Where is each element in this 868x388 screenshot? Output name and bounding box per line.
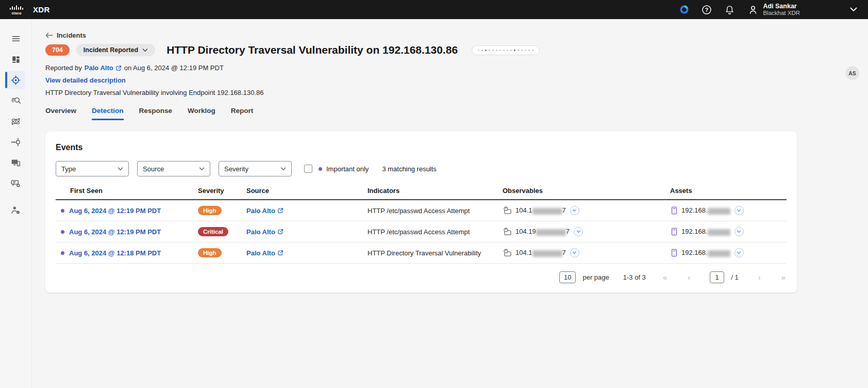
breadcrumb-back[interactable]: Incidents: [45, 31, 86, 39]
asset-actions-dropdown[interactable]: [735, 248, 744, 257]
source-link[interactable]: Palo Alto: [246, 207, 283, 215]
redacted-asset: [708, 229, 730, 236]
observable-ip-icon: [503, 206, 512, 215]
assignee-avatar[interactable]: AS: [845, 66, 859, 80]
incidents-target-icon[interactable]: [0, 70, 32, 90]
cisco-logo-icon: cisco: [9, 4, 27, 15]
tab-detection[interactable]: Detection: [92, 107, 124, 120]
asset-actions-dropdown[interactable]: [735, 206, 744, 215]
table-row: Aug 6, 2024 @ 12:19 PM PDT High Palo Alt…: [56, 200, 787, 221]
asset-value: 192.168.: [681, 228, 730, 235]
timeline-dot: [510, 50, 512, 51]
events-table: First Seen Severity Source Indicators Ob…: [56, 187, 787, 264]
severity-filter-select[interactable]: Severity: [219, 161, 292, 176]
investigate-search-icon[interactable]: [0, 90, 32, 111]
incident-description: HTTP Directory Traversal Vulnerability i…: [45, 89, 868, 96]
asset-value: 192.168.: [681, 206, 730, 214]
matching-results-text: 3 matching results: [382, 165, 437, 173]
back-arrow-icon: [45, 33, 53, 38]
timeline-dot: [499, 50, 501, 51]
tab-report[interactable]: Report: [231, 107, 254, 120]
last-page-icon[interactable]: »: [780, 273, 787, 282]
chevron-down-icon: [280, 167, 286, 171]
incident-status-label: Incident Reported: [84, 46, 138, 54]
asset-value: 192.168.: [681, 249, 730, 256]
dashboard-icon[interactable]: [0, 49, 32, 70]
table-row: Aug 6, 2024 @ 12:19 PM PDT Critical Palo…: [56, 221, 787, 242]
client-management-icon[interactable]: [0, 173, 32, 193]
indicator-text: HTTP Directory Traversal Vulnerability: [368, 249, 503, 257]
first-page-icon[interactable]: «: [662, 273, 668, 282]
redacted-observable: [532, 208, 562, 215]
important-dot-icon: [61, 230, 64, 234]
external-link-icon: [277, 207, 283, 214]
total-pages-text: / 1: [731, 273, 738, 281]
tab-overview[interactable]: Overview: [45, 107, 76, 120]
user-menu[interactable]: Adi Sankar Blackhat XDR: [748, 3, 800, 17]
col-indicators: Indicators: [368, 187, 503, 195]
help-icon[interactable]: ?: [702, 5, 712, 15]
observable-ip-icon: [503, 227, 512, 236]
source-link[interactable]: Palo Alto: [246, 249, 283, 257]
user-name: Adi Sankar: [763, 3, 800, 10]
brand[interactable]: cisco XDR: [9, 4, 50, 15]
chevron-down-icon[interactable]: [848, 5, 859, 15]
source-filter-select[interactable]: Source: [137, 161, 210, 176]
range-text: 1-3 of 3: [623, 273, 646, 281]
assets-devices-icon[interactable]: [0, 152, 32, 173]
redacted-observable: [536, 229, 566, 236]
redacted-observable: [532, 250, 562, 257]
severity-badge: High: [198, 206, 222, 215]
svg-text:cisco: cisco: [11, 11, 22, 15]
events-title: Events: [56, 143, 787, 152]
observable-value: 104.197: [515, 228, 570, 235]
asset-device-icon: [670, 206, 678, 215]
per-page-select[interactable]: 10: [559, 271, 576, 283]
first-seen-link[interactable]: Aug 6, 2024 @ 12:19 PM PDT: [69, 207, 161, 215]
severity-badge: High: [198, 248, 222, 257]
indicator-text: HTTP /etc/passwd Access Attempt: [368, 207, 503, 215]
product-name: XDR: [33, 5, 50, 14]
important-dot-icon: [319, 167, 322, 171]
next-page-icon[interactable]: ›: [757, 273, 762, 282]
intelligence-atom-icon[interactable]: [0, 111, 32, 132]
type-filter-select[interactable]: Type: [56, 161, 129, 176]
col-observables: Observables: [503, 187, 670, 195]
asset-actions-dropdown[interactable]: [735, 227, 744, 236]
tab-worklog[interactable]: Worklog: [188, 107, 215, 120]
observable-actions-dropdown[interactable]: [570, 248, 579, 257]
prev-page-icon[interactable]: ‹: [687, 273, 691, 282]
col-assets: Assets: [670, 187, 787, 195]
user-icon: [748, 5, 758, 15]
view-description-link[interactable]: View detailed description: [45, 76, 126, 84]
automation-workflow-icon[interactable]: [0, 132, 32, 152]
incident-id-badge: 704: [45, 44, 70, 56]
observable-actions-dropdown[interactable]: [574, 227, 583, 236]
reported-source-link[interactable]: Palo Alto: [85, 64, 122, 72]
source-link[interactable]: Palo Alto: [246, 228, 283, 236]
first-seen-link[interactable]: Aug 6, 2024 @ 12:18 PM PDT: [69, 249, 161, 257]
incident-status-dropdown[interactable]: Incident Reported: [76, 44, 155, 56]
incident-timeline-dots[interactable]: [472, 45, 540, 55]
important-only-checkbox[interactable]: [304, 165, 312, 173]
timeline-dot: [489, 50, 490, 51]
severity-badge: Critical: [198, 227, 228, 236]
first-seen-link[interactable]: Aug 6, 2024 @ 12:19 PM PDT: [69, 228, 161, 236]
timeline-dot: [514, 50, 515, 51]
current-page-input[interactable]: 1: [710, 271, 724, 283]
left-nav: [0, 19, 32, 388]
observable-actions-dropdown[interactable]: [570, 206, 579, 215]
observable-ip-icon: [503, 248, 512, 257]
user-org: Blackhat XDR: [763, 10, 800, 17]
timeline-dot: [492, 50, 494, 51]
ring-chart-icon[interactable]: [679, 5, 689, 15]
redacted-asset: [708, 250, 730, 257]
administration-user-icon[interactable]: [0, 200, 32, 220]
menu-icon[interactable]: [0, 28, 32, 49]
bell-icon[interactable]: [724, 5, 735, 15]
important-only-label: Important only: [326, 165, 369, 173]
tab-response[interactable]: Response: [139, 107, 173, 120]
timeline-dot: [525, 50, 526, 51]
table-header-row: First Seen Severity Source Indicators Ob…: [56, 187, 787, 200]
important-dot-icon: [61, 251, 64, 255]
